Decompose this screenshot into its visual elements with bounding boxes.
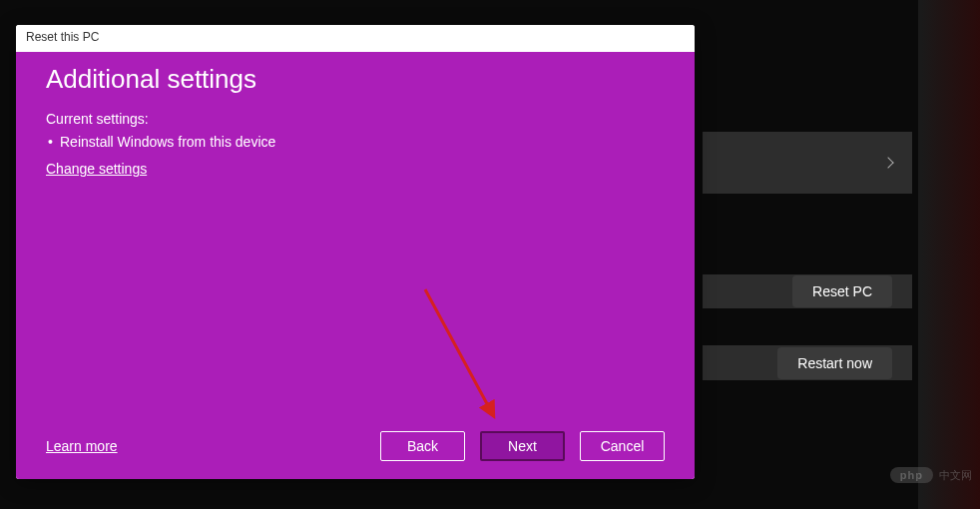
reset-pc-dialog: Reset this PC Additional settings Curren…	[16, 25, 695, 479]
back-button[interactable]: Back	[380, 431, 465, 461]
next-button[interactable]: Next	[480, 431, 565, 461]
reset-pc-button[interactable]: Reset PC	[792, 275, 892, 307]
learn-more-link[interactable]: Learn more	[46, 438, 365, 454]
dialog-footer: Learn more Back Next Cancel	[46, 431, 665, 461]
bg-restart-row: Restart now	[703, 345, 912, 380]
watermark-text: 中文网	[939, 468, 972, 483]
watermark: php 中文网	[890, 467, 972, 483]
settings-list-item: Reinstall Windows from this device	[46, 131, 665, 153]
dialog-title: Reset this PC	[16, 25, 695, 52]
dialog-heading: Additional settings	[46, 64, 665, 95]
restart-now-button[interactable]: Restart now	[777, 347, 892, 379]
bg-reset-row: Reset PC	[703, 274, 912, 308]
settings-list: Reinstall Windows from this device	[46, 131, 665, 153]
change-settings-link[interactable]: Change settings	[46, 161, 665, 177]
current-settings-label: Current settings:	[46, 111, 665, 127]
chevron-right-icon	[882, 157, 893, 168]
bg-panel-row[interactable]	[703, 132, 912, 194]
watermark-badge: php	[890, 467, 933, 483]
dialog-body: Additional settings Current settings: Re…	[16, 52, 695, 479]
cancel-button[interactable]: Cancel	[580, 431, 665, 461]
